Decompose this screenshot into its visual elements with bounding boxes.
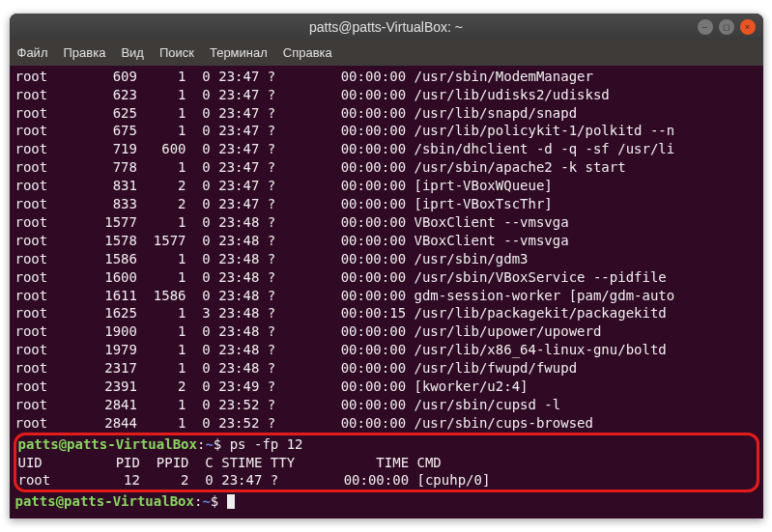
process-row: root 1900 1 0 23:48 ? 00:00:00 /usr/lib/… (15, 322, 758, 341)
ps-header: UID PID PPID C STIME TTY TIME CMD (18, 454, 755, 472)
process-row: root 1600 1 0 23:48 ? 00:00:00 /usr/sbin… (15, 268, 758, 287)
menu-view[interactable]: Вид (121, 45, 144, 60)
process-row: root 831 2 0 23:47 ? 00:00:00 [iprt-VBox… (15, 177, 758, 195)
process-row: root 778 1 0 23:47 ? 00:00:00 /usr/sbin/… (15, 158, 758, 177)
command-text: ps -fp 12 (230, 436, 303, 452)
process-row: root 1979 1 0 23:48 ? 00:00:00 /usr/lib/… (15, 341, 758, 359)
process-row: root 1586 1 0 23:48 ? 00:00:00 /usr/sbin… (15, 250, 758, 268)
close-button[interactable]: × (740, 19, 756, 35)
ps-result-row: root 12 2 0 23:47 ? 00:00:00 [cpuhp/0] (18, 471, 755, 490)
process-row: root 2844 1 0 23:52 ? 00:00:00 /usr/sbin… (15, 414, 758, 433)
terminal-window: patts@patts-VirtualBox: ~ – ◻ × Файл Пра… (10, 14, 763, 518)
prompt-path: ~ (205, 436, 213, 452)
cursor (227, 494, 235, 509)
prompt-line: patts@patts-VirtualBox:~$ ps -fp 12 (18, 435, 755, 454)
titlebar: patts@patts-VirtualBox: ~ – ◻ × (10, 14, 763, 41)
menu-help[interactable]: Справка (283, 45, 332, 60)
highlighted-region: patts@patts-VirtualBox:~$ ps -fp 12UID P… (14, 433, 759, 493)
menu-search[interactable]: Поиск (159, 45, 194, 60)
menubar: Файл Правка Вид Поиск Терминал Справка (10, 41, 763, 66)
process-row: root 719 600 0 23:47 ? 00:00:00 /sbin/dh… (15, 140, 758, 158)
process-row: root 2841 1 0 23:52 ? 00:00:00 /usr/sbin… (15, 396, 758, 414)
process-row: root 2317 1 0 23:48 ? 00:00:00 /usr/lib/… (15, 359, 758, 378)
process-row: root 1578 1577 0 23:48 ? 00:00:00 VBoxCl… (15, 232, 758, 250)
menu-file[interactable]: Файл (17, 45, 48, 60)
prompt-userhost: patts@patts-VirtualBox (18, 436, 197, 452)
process-row: root 609 1 0 23:47 ? 00:00:00 /usr/sbin/… (15, 68, 758, 86)
menu-terminal[interactable]: Терминал (210, 45, 268, 60)
window-title: patts@patts-VirtualBox: ~ (309, 19, 463, 35)
window-controls: – ◻ × (698, 19, 756, 35)
maximize-button[interactable]: ◻ (719, 19, 734, 35)
process-row: root 625 1 0 23:47 ? 00:00:00 /usr/lib/s… (15, 104, 758, 123)
terminal-output[interactable]: root 609 1 0 23:47 ? 00:00:00 /usr/sbin/… (10, 66, 763, 518)
prompt-line: patts@patts-VirtualBox:~$ (15, 492, 758, 511)
process-row: root 623 1 0 23:47 ? 00:00:00 /usr/lib/u… (15, 86, 758, 104)
process-row: root 833 2 0 23:47 ? 00:00:00 [iprt-VBox… (15, 195, 758, 213)
process-row: root 675 1 0 23:47 ? 00:00:00 /usr/lib/p… (15, 122, 758, 140)
prompt-userhost: patts@patts-VirtualBox (15, 493, 194, 509)
menu-edit[interactable]: Правка (63, 45, 105, 60)
process-row: root 1611 1586 0 23:48 ? 00:00:00 gdm-se… (15, 287, 758, 305)
process-row: root 1625 1 3 23:48 ? 00:00:15 /usr/lib/… (15, 304, 758, 322)
prompt-path: ~ (202, 493, 210, 509)
process-row: root 1577 1 0 23:48 ? 00:00:00 VBoxClien… (15, 213, 758, 232)
minimize-button[interactable]: – (698, 19, 713, 35)
process-row: root 2391 2 0 23:49 ? 00:00:00 [kworker/… (15, 378, 758, 396)
